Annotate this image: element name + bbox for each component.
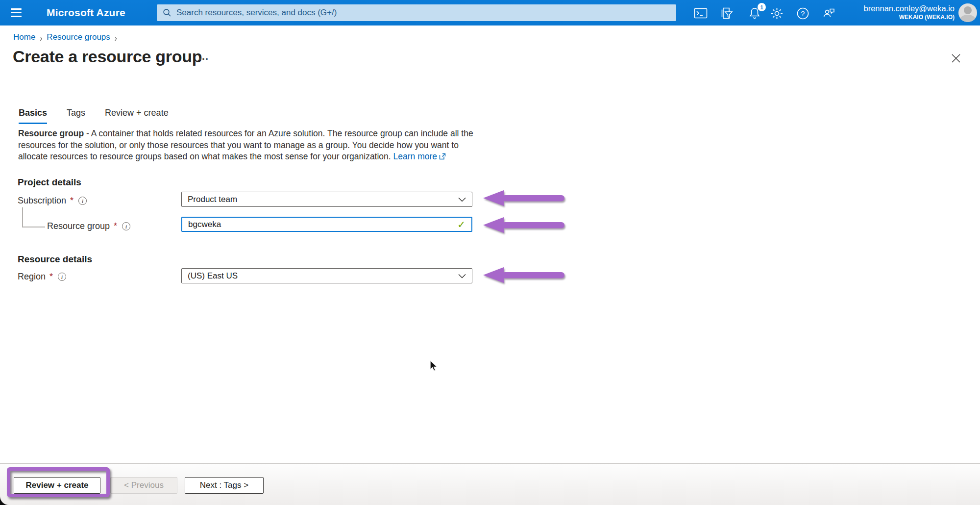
chevron-down-icon [458,197,466,202]
cloud-shell-icon[interactable] [693,6,709,21]
close-icon[interactable] [949,51,963,66]
brand-title[interactable]: Microsoft Azure [47,7,125,19]
chevron-down-icon [458,274,466,278]
field-connector-horizontal [22,227,45,227]
search-icon [163,8,172,17]
info-icon[interactable]: i [78,197,87,205]
breadcrumb-resource-groups-link[interactable]: Resource groups [47,32,110,42]
chevron-right-icon: › [40,32,42,43]
annotation-arrow-resource-group [482,216,568,234]
directory-filter-icon[interactable] [718,6,734,21]
help-icon[interactable]: ? [795,6,810,21]
annotation-highlight-box [7,467,110,497]
resource-group-description: Resource group - A container that holds … [18,128,479,163]
info-icon[interactable]: i [58,273,66,281]
hamburger-icon[interactable] [7,4,25,22]
resource-details-heading: Resource details [18,254,92,265]
valid-check-icon: ✓ [457,219,466,230]
chevron-right-icon: › [115,32,117,43]
required-marker: * [49,272,53,282]
learn-more-link[interactable]: Learn more [393,152,438,161]
external-link-icon [439,152,446,163]
annotation-arrow-region [482,266,568,284]
description-line1: - A container that holds related resourc… [84,128,473,138]
description-line2: resources for the solution, or only thos… [18,140,479,152]
previous-button[interactable]: < Previous [110,477,177,494]
mouse-cursor [426,358,439,373]
tab-review-create[interactable]: Review + create [105,105,169,124]
required-marker: * [114,221,117,231]
svg-text:?: ? [801,9,805,17]
annotation-arrow-subscription [482,189,568,207]
resource-group-label: Resource group* i [47,221,130,231]
region-label: Region* i [18,272,66,282]
resource-group-value: bgcweka [188,220,457,229]
subscription-value: Product team [188,195,458,204]
subscription-label: Subscription* i [18,196,87,206]
required-marker: * [70,196,74,206]
notifications-bell-icon[interactable]: 1 [747,6,762,21]
info-icon[interactable]: i [122,222,130,230]
next-tags-button[interactable]: Next : Tags > [185,477,264,494]
more-options-button[interactable]: … [198,50,209,63]
feedback-icon[interactable] [821,6,836,21]
tab-tags[interactable]: Tags [67,105,85,124]
azure-portal-window: Microsoft Azure [0,0,980,505]
region-dropdown[interactable]: (US) East US [181,268,472,283]
top-navigation-bar: Microsoft Azure [0,0,980,25]
page-title: Create a resource group [13,47,202,66]
user-email: brennan.conley@weka.io [863,3,955,14]
description-bold: Resource group [18,128,84,138]
project-details-heading: Project details [18,177,81,188]
tab-basics[interactable]: Basics [19,105,47,124]
description-line3: allocate resources to resource groups ba… [18,152,391,161]
search-input[interactable] [176,8,670,18]
avatar[interactable] [958,3,977,22]
breadcrumb: Home › Resource groups › [13,32,117,42]
field-connector-vertical [22,207,23,227]
settings-gear-icon[interactable] [769,6,784,21]
global-search[interactable] [157,4,676,21]
region-value: (US) East US [188,271,458,281]
account-info[interactable]: brennan.conley@weka.io WEKAIO (WEKA.IO) [863,3,955,21]
resource-group-input[interactable]: bgcweka ✓ [181,217,472,232]
breadcrumb-home-link[interactable]: Home [13,32,35,42]
notification-count-badge: 1 [758,3,766,11]
user-directory: WEKAIO (WEKA.IO) [863,14,955,21]
wizard-tabs: Basics Tags Review + create [19,105,188,124]
subscription-dropdown[interactable]: Product team [181,192,472,207]
